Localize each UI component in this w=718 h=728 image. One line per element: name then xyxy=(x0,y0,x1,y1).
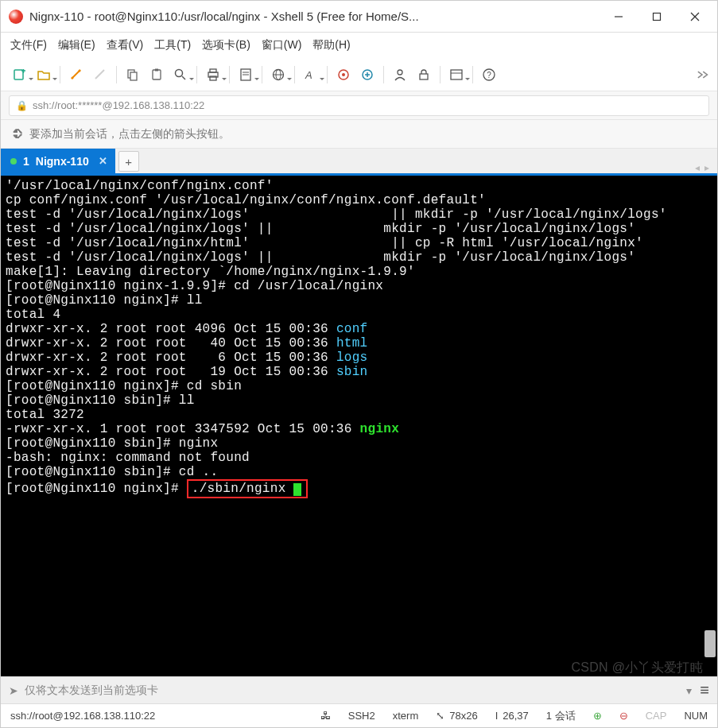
address-bar: 🔒 ssh://root:******@192.168.138.110:22 xyxy=(1,91,717,120)
new-session-button[interactable] xyxy=(9,64,31,86)
terminal-line: drwxr-xr-x. 2 root root 19 Oct 15 00:36 … xyxy=(6,365,712,379)
reconnect-button[interactable] xyxy=(65,64,87,86)
terminal-line: -bash: nginx: command not found xyxy=(6,451,712,465)
svg-rect-10 xyxy=(155,68,158,71)
terminal-line: [root@Nginx110 nginx]# cd sbin xyxy=(6,379,712,393)
paste-button[interactable] xyxy=(146,64,168,86)
svg-point-5 xyxy=(79,69,81,72)
sess-remove-icon[interactable]: ⊖ xyxy=(619,710,628,722)
terminal-line: [root@Nginx110 nginx]# ./sbin/nginx xyxy=(6,479,712,498)
menu-tools[interactable]: 工具(T) xyxy=(154,38,191,52)
status-bar: ssh://root@192.168.138.110:22 🖧 SSH2 xte… xyxy=(1,703,717,727)
svg-text:?: ? xyxy=(487,71,491,79)
terminal-line: test -d '/usr/local/nginx/logs' || mkdir… xyxy=(6,250,712,265)
tab-index: 1 xyxy=(23,155,29,168)
tab-scroll-right-icon[interactable]: ▸ xyxy=(704,162,709,173)
status-term: xterm xyxy=(393,710,419,722)
arrow-add-icon[interactable]: ⮊ xyxy=(12,128,23,141)
menu-file[interactable]: 文件(F) xyxy=(10,38,47,52)
tab-scroll: ◂ ▸ xyxy=(695,162,717,173)
status-sessions: 1 会话 xyxy=(546,709,576,723)
svg-rect-28 xyxy=(451,70,462,79)
xftp-button[interactable] xyxy=(356,64,378,86)
address-text: ssh://root:******@192.168.138.110:22 xyxy=(33,99,204,111)
sess-add-icon[interactable]: ⊕ xyxy=(593,710,602,722)
find-button[interactable] xyxy=(169,64,192,86)
disconnect-button[interactable] xyxy=(89,64,111,86)
svg-point-26 xyxy=(398,70,402,75)
terminal-line: total 4 xyxy=(6,308,712,322)
svg-line-12 xyxy=(182,76,185,79)
svg-rect-27 xyxy=(420,74,428,79)
terminal-line: total 3272 xyxy=(6,408,712,422)
svg-point-6 xyxy=(72,76,74,79)
menu-edit[interactable]: 编辑(E) xyxy=(58,38,95,52)
terminal-line: [root@Nginx110 sbin]# nginx xyxy=(6,436,712,451)
open-session-button[interactable] xyxy=(33,64,55,86)
svg-rect-14 xyxy=(210,69,216,72)
terminal-line: '/usr/local/nginx/conf/nginx.conf' xyxy=(6,179,712,193)
toolbar-overflow[interactable] xyxy=(695,68,709,82)
layout-button[interactable] xyxy=(445,64,468,86)
svg-rect-1 xyxy=(654,13,661,20)
app-logo-icon xyxy=(9,10,23,24)
print-button[interactable] xyxy=(202,64,224,86)
menu-view[interactable]: 查看(V) xyxy=(107,38,144,52)
user-button[interactable] xyxy=(389,64,411,86)
terminal-line: [root@Nginx110 nginx]# ll xyxy=(6,293,712,308)
window-controls xyxy=(600,2,714,32)
terminal-line: test -d '/usr/local/nginx/logs' || mkdir… xyxy=(6,222,712,236)
status-size: 78x26 xyxy=(449,710,477,722)
svg-rect-4 xyxy=(14,70,23,79)
terminal-scrollbar[interactable] xyxy=(704,176,716,676)
tab-scroll-left-icon[interactable]: ◂ xyxy=(695,162,700,173)
status-caps: CAP xyxy=(646,710,667,722)
send-arrow-icon[interactable]: ➤ xyxy=(9,684,18,697)
menu-bar: 文件(F) 编辑(E) 查看(V) 工具(T) 选项卡(B) 窗口(W) 帮助(… xyxy=(1,33,717,58)
address-input[interactable]: 🔒 ssh://root:******@192.168.138.110:22 xyxy=(9,95,709,116)
cursor-icon: I xyxy=(495,710,499,722)
terminal[interactable]: '/usr/local/nginx/conf/nginx.conf'cp con… xyxy=(1,176,717,676)
lock-icon: 🔒 xyxy=(16,100,28,111)
terminal-line: drwxr-xr-x. 2 root root 4096 Oct 15 00:3… xyxy=(6,322,712,336)
watermark: CSDN @小丫头爱打盹 xyxy=(571,660,703,675)
menu-tabs[interactable]: 选项卡(B) xyxy=(202,38,250,52)
send-bar: ➤ 仅将文本发送到当前选项卡 ▾ ≡ xyxy=(1,676,717,703)
title-bar: Nignx-110 - root@Nginx110:/usr/local/ngi… xyxy=(1,1,717,33)
svg-point-24 xyxy=(342,73,345,76)
help-button[interactable]: ? xyxy=(478,64,500,86)
status-connection: ssh://root@192.168.138.110:22 xyxy=(10,710,155,722)
svg-rect-8 xyxy=(130,72,137,80)
copy-button[interactable] xyxy=(122,64,144,86)
properties-button[interactable] xyxy=(235,64,257,86)
tab-active[interactable]: 1 Nignx-110 ✕ xyxy=(1,149,115,173)
status-dot-icon xyxy=(10,158,17,165)
terminal-line: [root@Nginx110 sbin]# cd .. xyxy=(6,465,712,479)
send-dropdown-icon[interactable]: ▾ xyxy=(686,684,692,697)
status-pos: 26,37 xyxy=(503,710,529,722)
font-button[interactable]: A xyxy=(300,64,322,86)
tab-close-icon[interactable]: ✕ xyxy=(99,155,107,167)
minimize-button[interactable] xyxy=(600,2,638,32)
close-button[interactable] xyxy=(676,2,714,32)
terminal-line: make[1]: Leaving directory `/home/nginx/… xyxy=(6,265,712,279)
terminal-line: test -d '/usr/local/nginx/html' || cp -R… xyxy=(6,236,712,250)
terminal-line: [root@Nginx110 sbin]# ll xyxy=(6,393,712,408)
menu-help[interactable]: 帮助(H) xyxy=(312,38,350,52)
terminal-line: drwxr-xr-x. 2 root root 6 Oct 15 00:36 l… xyxy=(6,350,712,365)
tab-name: Nignx-110 xyxy=(36,155,89,168)
status-num: NUM xyxy=(684,710,708,722)
lock-button[interactable] xyxy=(413,64,435,86)
web-button[interactable] xyxy=(267,64,289,86)
terminal-line: -rwxr-xr-x. 1 root root 3347592 Oct 15 0… xyxy=(6,422,712,436)
toolbar: A ? xyxy=(1,58,717,91)
maximize-button[interactable] xyxy=(638,2,676,32)
terminal-line: cp conf/nginx.conf '/usr/local/nginx/con… xyxy=(6,193,712,207)
send-placeholder[interactable]: 仅将文本发送到当前选项卡 xyxy=(25,683,158,698)
hint-text: 要添加当前会话，点击左侧的箭头按钮。 xyxy=(29,127,230,141)
menu-window[interactable]: 窗口(W) xyxy=(262,38,302,52)
svg-rect-9 xyxy=(153,70,161,79)
xagent-button[interactable] xyxy=(332,64,355,86)
add-tab-button[interactable]: + xyxy=(118,151,139,172)
send-menu-icon[interactable]: ≡ xyxy=(700,681,709,699)
